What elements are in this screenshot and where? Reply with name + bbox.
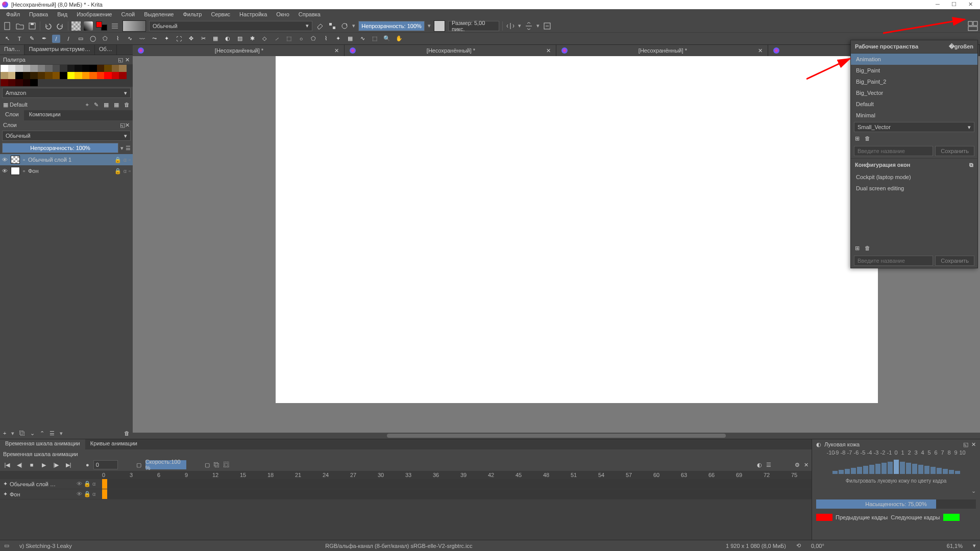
select-ellipse-tool[interactable]: ○ xyxy=(297,35,305,43)
menu-Выделение[interactable]: Выделение xyxy=(140,10,178,18)
select-color-tool[interactable]: ▦ xyxy=(346,35,354,43)
document-tab[interactable]: [Несохранённый] *✕ xyxy=(345,45,556,56)
color-swatch[interactable] xyxy=(45,65,53,72)
selection-icon[interactable]: ▭ xyxy=(4,542,9,549)
line-tool[interactable]: / xyxy=(64,35,72,43)
color-swatch[interactable] xyxy=(45,72,53,79)
color-swatch[interactable] xyxy=(82,72,90,79)
color-swatch[interactable] xyxy=(97,72,105,79)
layer-opacity-slider[interactable]: Непрозрачность: 100% xyxy=(2,143,118,153)
timeline-ruler[interactable]: 0369121518212427303336394245485154576063… xyxy=(0,471,812,479)
measure-tool[interactable]: ⟋ xyxy=(273,35,281,43)
layer-tab[interactable]: Композиции xyxy=(24,110,66,120)
first-frame-icon[interactable]: |◀ xyxy=(3,461,11,469)
prev-frame-icon[interactable]: ◀| xyxy=(15,461,23,469)
new-file-icon[interactable] xyxy=(3,21,12,31)
color-swatch[interactable] xyxy=(23,65,31,72)
anim-settings2-icon[interactable]: ⿻ xyxy=(214,462,219,468)
color-swatch[interactable] xyxy=(30,72,38,79)
redo-icon[interactable] xyxy=(56,21,65,31)
menu-Настройка[interactable]: Настройка xyxy=(235,10,271,18)
color-swatch[interactable] xyxy=(8,79,16,86)
color-swatch[interactable] xyxy=(75,72,82,79)
color-swatch[interactable] xyxy=(53,65,60,72)
onion-bars[interactable] xyxy=(812,456,980,476)
workspace-chooser-button[interactable] xyxy=(968,21,978,31)
layer-menu-icon[interactable]: ☰ xyxy=(126,145,131,152)
delete-layer-icon[interactable]: 🗑 xyxy=(124,430,130,436)
add-config-icon[interactable]: ⊞ xyxy=(855,245,860,252)
brush-tool[interactable]: / xyxy=(52,35,60,43)
delete-workspace-icon[interactable]: 🗑 xyxy=(865,135,870,142)
menu-Слой[interactable]: Слой xyxy=(117,10,139,18)
delete-config-icon[interactable]: 🗑 xyxy=(865,245,870,252)
close-button[interactable]: ✕ xyxy=(967,1,974,8)
color-swatch[interactable] xyxy=(82,65,90,72)
mirror-h-icon[interactable] xyxy=(506,21,515,31)
select-poly-tool[interactable]: ⬠ xyxy=(309,35,317,43)
color-swatch[interactable] xyxy=(104,65,112,72)
anim-settings3-icon[interactable]: ⿴ xyxy=(224,462,229,468)
color-swatch[interactable] xyxy=(60,65,67,72)
blend-mode-combo[interactable]: Обычный▾ xyxy=(149,21,312,31)
color-swatch[interactable] xyxy=(60,72,67,79)
save-file-icon[interactable] xyxy=(28,21,37,31)
workspace-item[interactable]: Big_Paint xyxy=(851,65,977,76)
expand-icon[interactable]: ⌄ xyxy=(816,488,976,494)
color-swatch[interactable] xyxy=(75,65,82,72)
color-swatch[interactable] xyxy=(8,65,16,72)
layer-blend-combo[interactable]: Обычный▾ xyxy=(2,131,131,141)
brush-size-input[interactable]: Размер: 5,00 пикс. xyxy=(448,21,499,31)
anim-tab[interactable]: Временная шкала анимации xyxy=(0,439,85,449)
next-color-swatch[interactable] xyxy=(943,514,960,521)
brush-tip-preview[interactable] xyxy=(434,20,445,32)
color-swatch[interactable] xyxy=(1,79,8,86)
drop-frames-icon[interactable]: ▢ xyxy=(136,462,141,468)
edit-shape-tool[interactable]: ✎ xyxy=(28,35,36,43)
move2-tool[interactable]: ✥ xyxy=(187,35,195,43)
minimize-button[interactable]: ─ xyxy=(934,1,941,8)
workspace-item[interactable]: Big_Paint_2 xyxy=(851,76,977,87)
onion-icon[interactable]: ◐ xyxy=(757,462,762,468)
menu-Изображение[interactable]: Изображение xyxy=(72,10,116,18)
menu-Вид[interactable]: Вид xyxy=(53,10,71,18)
grid-icon[interactable]: ▦ xyxy=(104,102,109,108)
color-swatch[interactable] xyxy=(119,72,127,79)
text-tool[interactable]: T xyxy=(15,35,23,43)
color-swatch[interactable] xyxy=(30,79,38,86)
workspace-item[interactable]: Big_Vector xyxy=(851,87,977,98)
gradient-swatch[interactable] xyxy=(84,21,93,31)
onion-saturation-slider[interactable]: Насыщенность: 75,00% xyxy=(816,499,976,509)
delete-swatch-icon[interactable]: 🗑 xyxy=(124,102,130,108)
color-swatch[interactable] xyxy=(53,72,60,79)
workspace-item[interactable]: Default xyxy=(851,98,977,110)
add-swatch-icon[interactable]: + xyxy=(86,102,89,108)
workspace-item[interactable]: Animation xyxy=(851,54,977,65)
select-magnetic-tool[interactable]: ⬚ xyxy=(371,35,379,43)
grad-tool[interactable]: ◐ xyxy=(224,35,232,43)
visibility-icon[interactable]: 👁 xyxy=(2,168,8,174)
color-swatch[interactable] xyxy=(112,65,119,72)
color-swatch[interactable] xyxy=(97,65,105,72)
move-up-icon[interactable]: ⌃ xyxy=(40,430,44,437)
close-icon[interactable]: ✕ xyxy=(125,122,130,128)
select-contig-tool[interactable]: ✦ xyxy=(334,35,342,43)
layer-row[interactable]: 👁▫Обычный слой 1🔒α▫ xyxy=(0,154,133,165)
float-icon[interactable]: ◱ xyxy=(963,441,968,448)
color-swatch[interactable] xyxy=(67,72,75,79)
zoom-tool[interactable]: 🔍 xyxy=(383,35,391,43)
edit-swatch-icon[interactable]: ✎ xyxy=(94,102,99,108)
eraser-icon[interactable] xyxy=(315,21,325,31)
reload-icon[interactable] xyxy=(340,21,349,31)
grid2-icon[interactable]: ▦ xyxy=(114,102,119,108)
visibility-icon[interactable]: 👁 xyxy=(2,157,8,163)
left-tab[interactable]: Пал… xyxy=(0,45,24,55)
settings-icon[interactable]: ⚙ xyxy=(795,462,800,468)
detach-icon[interactable]: �großen xyxy=(949,43,973,50)
move-tool[interactable]: ↖ xyxy=(3,35,11,43)
status-zoom[interactable]: 61,1% xyxy=(947,543,963,549)
polygon-tool[interactable]: ⬠ xyxy=(101,35,109,43)
maximize-button[interactable]: ☐ xyxy=(950,1,958,8)
workspace-item[interactable]: Minimal xyxy=(851,110,977,121)
move-down-icon[interactable]: ⌄ xyxy=(30,430,35,437)
